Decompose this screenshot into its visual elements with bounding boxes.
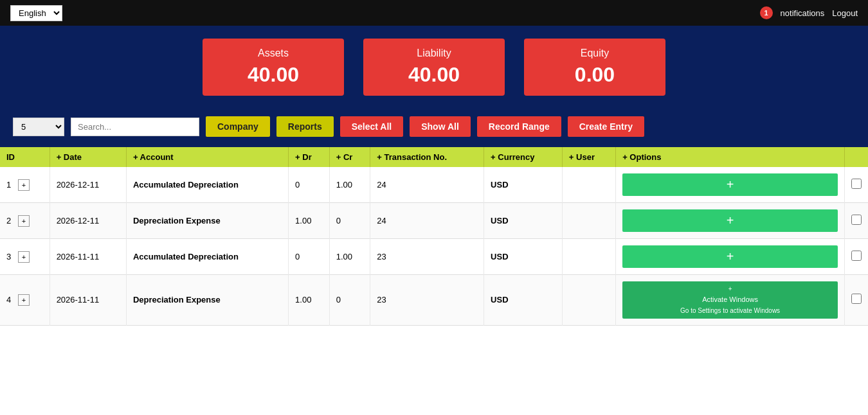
cell-id: 4 + <box>0 275 50 326</box>
expand-button[interactable]: + <box>18 179 30 191</box>
col-dr[interactable]: + Dr <box>289 147 330 167</box>
cell-checkbox <box>845 167 869 203</box>
equity-card: Equity 0.00 <box>524 39 665 96</box>
reports-button[interactable]: Reports <box>276 116 334 137</box>
company-button[interactable]: Company <box>206 116 270 137</box>
row-checkbox[interactable] <box>851 215 862 225</box>
table-header-row: ID + Date + Account + Dr + Cr + Transact… <box>0 147 868 167</box>
cell-dr: 0 <box>289 239 330 275</box>
cell-date: 2026-11-11 <box>50 275 126 326</box>
liability-label: Liability <box>389 48 479 59</box>
col-user[interactable]: + User <box>562 147 615 167</box>
cell-user <box>562 167 615 203</box>
cell-currency: USD <box>484 239 563 275</box>
cell-cr: 0 <box>329 203 370 239</box>
table-row: 4 + 2026-11-11 Depreciation Expense 1.00… <box>0 275 868 326</box>
activate-windows-button[interactable]: +Activate WindowsGo to Settings to activ… <box>622 281 838 319</box>
toolbar: 5 10 25 50 Company Reports Select All Sh… <box>0 109 868 147</box>
record-range-button[interactable]: Record Range <box>477 116 561 137</box>
cell-transaction: 24 <box>370 203 484 239</box>
summary-bar: Assets 40.00 Liability 40.00 Equity 0.00 <box>0 26 868 109</box>
cell-options: + <box>616 239 845 275</box>
cell-transaction: 24 <box>370 167 484 203</box>
cell-currency: USD <box>484 275 563 326</box>
cell-account: Accumulated Depreciation <box>126 167 288 203</box>
table-row: 1 + 2026-12-11 Accumulated Depreciation … <box>0 167 868 203</box>
search-input[interactable] <box>71 118 199 136</box>
table-wrap: ID + Date + Account + Dr + Cr + Transact… <box>0 147 868 326</box>
col-checkbox <box>845 147 869 167</box>
cell-user <box>562 239 615 275</box>
journal-table: ID + Date + Account + Dr + Cr + Transact… <box>0 147 868 326</box>
cell-dr: 1.00 <box>289 203 330 239</box>
cell-id: 3 + <box>0 239 50 275</box>
cell-options: + <box>616 203 845 239</box>
action-plus-button[interactable]: + <box>622 245 838 268</box>
select-all-button[interactable]: Select All <box>340 116 404 137</box>
cell-currency: USD <box>484 167 563 203</box>
cell-account: Accumulated Depreciation <box>126 239 288 275</box>
action-plus-button[interactable]: + <box>622 209 838 232</box>
language-select[interactable]: English <box>10 5 62 21</box>
row-checkbox[interactable] <box>851 294 862 304</box>
expand-button[interactable]: + <box>18 251 30 263</box>
liability-value: 40.00 <box>389 63 479 87</box>
col-options[interactable]: + Options <box>616 147 845 167</box>
assets-value: 40.00 <box>228 63 318 87</box>
cell-checkbox <box>845 275 869 326</box>
cell-user <box>562 275 615 326</box>
col-date[interactable]: + Date <box>50 147 126 167</box>
cell-id: 2 + <box>0 203 50 239</box>
cell-cr: 1.00 <box>329 167 370 203</box>
cell-transaction: 23 <box>370 239 484 275</box>
cell-currency: USD <box>484 203 563 239</box>
cell-date: 2026-12-11 <box>50 203 126 239</box>
cell-dr: 0 <box>289 167 330 203</box>
cell-date: 2026-12-11 <box>50 167 126 203</box>
table-row: 3 + 2026-11-11 Accumulated Depreciation … <box>0 239 868 275</box>
notifications-link[interactable]: notifications <box>781 8 825 18</box>
cell-account: Depreciation Expense <box>126 275 288 326</box>
cell-id: 1 + <box>0 167 50 203</box>
action-plus-button[interactable]: + <box>622 173 838 196</box>
cell-cr: 1.00 <box>329 239 370 275</box>
show-all-button[interactable]: Show All <box>410 116 471 137</box>
table-row: 2 + 2026-12-11 Depreciation Expense 1.00… <box>0 203 868 239</box>
cell-account: Depreciation Expense <box>126 203 288 239</box>
cell-transaction: 23 <box>370 275 484 326</box>
equity-label: Equity <box>550 48 640 59</box>
expand-button[interactable]: + <box>18 294 30 306</box>
row-checkbox[interactable] <box>851 251 862 261</box>
col-currency[interactable]: + Currency <box>484 147 563 167</box>
notification-badge[interactable]: 1 <box>760 6 773 19</box>
create-entry-button[interactable]: Create Entry <box>568 116 644 137</box>
cell-user <box>562 203 615 239</box>
col-transaction[interactable]: + Transaction No. <box>370 147 484 167</box>
col-id[interactable]: ID <box>0 147 50 167</box>
cell-options: + <box>616 167 845 203</box>
col-cr[interactable]: + Cr <box>329 147 370 167</box>
liability-card: Liability 40.00 <box>363 39 505 96</box>
top-nav-right: 1 notifications Logout <box>760 6 858 19</box>
cell-date: 2026-11-11 <box>50 239 126 275</box>
cell-checkbox <box>845 239 869 275</box>
cell-cr: 0 <box>329 275 370 326</box>
cell-options: +Activate WindowsGo to Settings to activ… <box>616 275 845 326</box>
expand-button[interactable]: + <box>18 215 30 227</box>
assets-label: Assets <box>228 48 318 59</box>
logout-link[interactable]: Logout <box>832 8 858 18</box>
cell-dr: 1.00 <box>289 275 330 326</box>
language-selector-wrap: English <box>10 5 62 21</box>
row-checkbox[interactable] <box>851 179 862 189</box>
col-account[interactable]: + Account <box>126 147 288 167</box>
cell-checkbox <box>845 203 869 239</box>
assets-card: Assets 40.00 <box>203 39 344 96</box>
per-page-select[interactable]: 5 10 25 50 <box>13 118 64 136</box>
equity-value: 0.00 <box>550 63 640 87</box>
top-nav: English 1 notifications Logout <box>0 0 868 26</box>
